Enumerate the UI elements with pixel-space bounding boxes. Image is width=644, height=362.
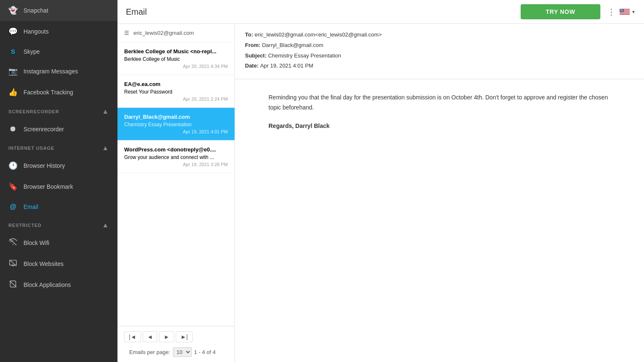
email-date-value: Apr 19, 2021 4:01 PM: [260, 63, 313, 69]
email-signature: Regards, Darryl Black: [269, 121, 610, 131]
email-subject: Grow your audience and connect with ...: [124, 154, 228, 160]
email-date-line: Date: Apr 19, 2021 4:01 PM: [245, 62, 634, 70]
section-screenrecorder[interactable]: SCREENRECORDER ▲: [0, 103, 117, 119]
svg-point-29: [622, 11, 623, 11]
email-from-value: Darryl_Black@gmail.com: [262, 42, 323, 48]
svg-rect-13: [620, 14, 630, 14]
svg-point-20: [621, 10, 622, 10]
prev-page-button[interactable]: ◄: [143, 331, 158, 342]
svg-point-25: [622, 10, 622, 11]
section-restricted-label: RESTRICTED: [8, 223, 42, 228]
svg-point-1: [13, 244, 13, 245]
to-label: To:: [245, 31, 255, 38]
email-item-1[interactable]: Berklee College of Music <no-repl... Ber…: [117, 42, 235, 75]
more-options-icon[interactable]: ⋮: [607, 7, 615, 17]
email-filter-address: eric_lewis02@gmail.com: [133, 30, 194, 36]
svg-point-30: [623, 11, 623, 11]
filter-icon[interactable]: ☰: [124, 30, 129, 36]
email-sender: WordPress.com <donotreply@e0....: [124, 146, 228, 153]
svg-point-22: [623, 10, 623, 10]
email-date: Apr 19, 2021 4:01 PM: [124, 129, 228, 134]
block-websites-icon: [8, 259, 18, 268]
content-area: ☰ eric_lewis02@gmail.com Berklee College…: [117, 24, 644, 362]
sidebar: 👻 Snapchat 💬 Hangouts S Skype 📷 Instagra…: [0, 0, 117, 362]
sidebar-item-instagram[interactable]: 📷 Instagram Messages: [0, 61, 117, 82]
section-internet-usage[interactable]: INTERNET USAGE ▲: [0, 139, 117, 155]
sidebar-item-label: Skype: [23, 48, 40, 55]
email-item-2[interactable]: EA@e.ea.com Reset Your Password Apr 20, …: [117, 75, 235, 108]
sidebar-item-label: Browser History: [23, 162, 65, 169]
email-detail: To: eric_lewis02@gmail.com<eric_lewis02@…: [235, 24, 644, 362]
sidebar-item-browser-bookmark[interactable]: 🔖 Browser Bookmark: [0, 176, 117, 197]
sidebar-item-email[interactable]: @ Email: [0, 197, 117, 216]
section-screenrecorder-label: SCREENRECORDER: [8, 109, 59, 114]
per-page-select[interactable]: 10 25 50: [173, 347, 192, 357]
facebook-icon: 👍: [8, 88, 18, 97]
block-apps-icon: [8, 280, 18, 289]
email-item-4[interactable]: WordPress.com <donotreply@e0.... Grow yo…: [117, 141, 235, 173]
sidebar-item-label: Block Wifi: [23, 240, 49, 246]
topbar: Email TRY NOW ⋮: [117, 0, 644, 24]
per-page-label: Emails per page:: [129, 349, 170, 355]
sidebar-item-block-applications[interactable]: Block Applications: [0, 274, 117, 295]
sidebar-item-label: Screenrecorder: [23, 126, 64, 133]
sidebar-item-hangouts[interactable]: 💬 Hangouts: [0, 21, 117, 42]
snapchat-icon: 👻: [8, 6, 18, 15]
svg-point-15: [620, 9, 621, 10]
email-filter-bar: ☰ eric_lewis02@gmail.com: [117, 24, 235, 42]
svg-point-18: [623, 9, 623, 10]
sidebar-item-label: Hangouts: [23, 28, 49, 35]
pagination-info: Emails per page: 10 25 50 1 - 4 of 4: [123, 347, 235, 362]
email-sender: Berklee College of Music <no-repl...: [124, 48, 228, 55]
email-body: Reminding you that the final day for the…: [235, 79, 644, 144]
sidebar-item-block-wifi[interactable]: Block Wifi: [0, 232, 117, 253]
svg-point-19: [621, 10, 621, 10]
subject-label: Subject:: [245, 52, 268, 59]
chevron-up-icon-internet: ▲: [102, 144, 109, 152]
email-icon: @: [8, 203, 18, 211]
date-label: Date:: [245, 63, 260, 69]
try-now-button[interactable]: TRY NOW: [521, 4, 600, 19]
email-list: ☰ eric_lewis02@gmail.com Berklee College…: [117, 24, 235, 362]
sidebar-item-browser-history[interactable]: 🕐 Browser History: [0, 155, 117, 176]
email-from-line: From: Darryl_Black@gmail.com: [245, 41, 634, 50]
section-restricted[interactable]: RESTRICTED ▲: [0, 216, 117, 232]
clock-icon: 🕐: [8, 161, 18, 170]
hangouts-icon: 💬: [8, 27, 18, 36]
svg-point-24: [621, 10, 621, 11]
skype-icon: S: [8, 48, 18, 55]
email-item-3[interactable]: Darryl_Black@gmail.com Chemistry Essay P…: [117, 108, 235, 141]
svg-point-28: [621, 11, 622, 11]
chevron-up-icon-restricted: ▲: [102, 221, 109, 229]
topbar-actions: ⋮: [607, 7, 636, 17]
svg-point-27: [621, 11, 621, 11]
sidebar-item-facebook[interactable]: 👍 Facebook Tracking: [0, 82, 117, 103]
sidebar-item-label: Browser Bookmark: [23, 183, 73, 190]
email-sender: Darryl_Black@gmail.com: [124, 114, 228, 120]
email-list-spacer: [117, 173, 235, 326]
chevron-up-icon: ▲: [102, 108, 109, 115]
sidebar-item-screenrecorder[interactable]: ⏺ Screenrecorder: [0, 119, 117, 139]
language-selector[interactable]: ▼: [620, 9, 636, 15]
email-subject: Reset Your Password: [124, 89, 228, 95]
svg-point-17: [622, 9, 622, 10]
email-to-value: eric_lewis02@gmail.com<eric_lewis02@gmai…: [255, 31, 382, 38]
screenrecorder-icon: ⏺: [8, 125, 18, 133]
email-body-text: Reminding you that the final day for the…: [269, 93, 610, 113]
main-content: Email TRY NOW ⋮: [117, 0, 644, 362]
email-subject-line: Subject: Chemistry Essay Presentation: [245, 52, 634, 60]
instagram-icon: 📷: [8, 67, 18, 76]
svg-point-26: [623, 10, 623, 11]
svg-point-23: [620, 10, 621, 11]
first-page-button[interactable]: |◄: [124, 331, 141, 342]
last-page-button[interactable]: ►|: [176, 331, 193, 342]
email-to-line: To: eric_lewis02@gmail.com<eric_lewis02@…: [245, 31, 634, 39]
us-flag-icon: [620, 9, 630, 15]
sidebar-item-skype[interactable]: S Skype: [0, 42, 117, 61]
sidebar-item-label: Snapchat: [23, 7, 48, 14]
next-page-button[interactable]: ►: [159, 331, 174, 342]
sidebar-item-snapchat[interactable]: 👻 Snapchat: [0, 0, 117, 21]
sidebar-item-block-websites[interactable]: Block Websites: [0, 253, 117, 274]
email-subject: Berklee College of Music: [124, 56, 228, 62]
sidebar-item-label: Email: [23, 203, 38, 210]
